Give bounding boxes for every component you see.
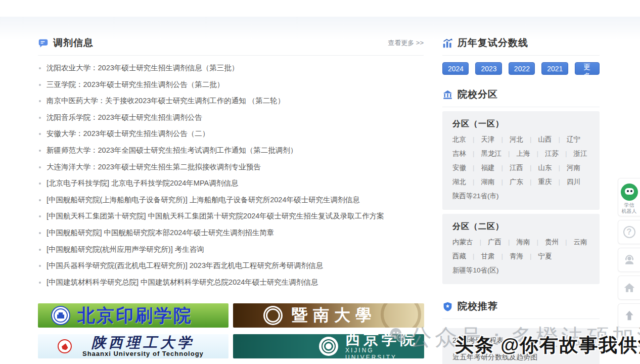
xuexin-robot-button[interactable]: 学信 机器人: [618, 178, 640, 216]
province-link[interactable]: 宁夏: [523, 252, 552, 260]
banner-shaanxi-university-of-technology[interactable]: 陕西理工大学 Shaanxi University of Technology: [38, 334, 228, 358]
year-button[interactable]: 更多: [575, 62, 600, 75]
university-banner-grid: 北京印刷学院 暨南大學 陕西理工大学 Shaanxi University of…: [38, 303, 424, 358]
floating-toolbar: 学信 机器人 ?: [618, 178, 640, 328]
news-link[interactable]: 安徽大学：2023年硕士研究生招生调剂公告（二）: [38, 125, 424, 142]
news-link[interactable]: 三亚学院：2023年硕士研究生招生调剂公告（第二批）: [38, 76, 424, 93]
province-link[interactable]: 湖北: [452, 178, 466, 186]
recommend-link[interactable]: 2024考研日程表: [452, 332, 589, 349]
province-link[interactable]: 上海: [501, 150, 530, 157]
province-link[interactable]: 北京: [452, 135, 466, 143]
year-button[interactable]: 2023: [475, 62, 501, 75]
help-icon: ?: [623, 226, 635, 238]
province-link[interactable]: 山西: [523, 135, 552, 143]
province-link[interactable]: 安徽: [452, 164, 466, 171]
province-link[interactable]: 海南: [501, 238, 530, 246]
province-row: 吉林黑龙江上海江苏浙江: [452, 147, 589, 161]
sidebar: 历年复试分数线 2024202320222021更多 院校分区 分区（一区） 北…: [442, 36, 600, 364]
header-divider: [442, 55, 600, 56]
province-link[interactable]: 广西: [473, 238, 502, 246]
province-link[interactable]: 广东: [495, 178, 524, 186]
header-divider: [442, 107, 600, 107]
home-icon: [623, 281, 636, 294]
news-link[interactable]: [中国航天科工集团第十研究院] 中国航天科工集团第十研究院2024年硕士研究生招…: [38, 208, 424, 224]
province-link[interactable]: 浙江: [559, 150, 587, 157]
province-link[interactable]: 吉林: [452, 150, 466, 157]
province-row: 内蒙古广西海南贵州云南: [452, 235, 589, 249]
score-year-buttons: 2024202320222021更多: [442, 62, 600, 75]
university-logo: [319, 337, 338, 356]
province-row: 安徽福建江西山东河南: [452, 161, 589, 175]
province-link[interactable]: 河北: [495, 135, 524, 143]
province-link[interactable]: 甘肃: [466, 252, 495, 260]
zone1-footer[interactable]: 陕西等21省(市): [452, 189, 589, 203]
zone2-footer[interactable]: 新疆等10省(区): [452, 263, 589, 278]
news-link[interactable]: 新疆师范大学：2023年全国硕士研究生招生考试调剂工作通知（第二批调剂）: [38, 142, 424, 159]
year-button[interactable]: 2022: [509, 62, 535, 75]
news-link[interactable]: [中国兵器科学研究院(西北机电工程研究所)] 2023年西北机电工程研究所考研调…: [38, 257, 424, 274]
province-link[interactable]: 内蒙古: [452, 238, 473, 246]
help-button[interactable]: ?: [618, 220, 640, 244]
customer-service-button[interactable]: [618, 248, 640, 272]
province-link[interactable]: 辽宁: [552, 135, 581, 143]
news-link[interactable]: [中国舰船研究院] 中国舰船研究院本部2024年硕士研究生调剂招生简章: [38, 224, 424, 241]
year-button[interactable]: 2021: [541, 62, 568, 75]
banner-jinan-university[interactable]: 暨南大學: [233, 303, 424, 328]
news-link[interactable]: 沈阳农业大学：2023年硕士研究生招生调剂信息（第三批）: [38, 60, 424, 76]
university-logo: [263, 306, 283, 325]
zone2-title: 分区（二区）: [452, 221, 589, 232]
news-link[interactable]: [中国建筑材料科学研究总院] 中国建筑材料科学研究总院2024年硕士研究生调剂信…: [38, 274, 424, 291]
province-row: 西藏甘肃青海宁夏: [452, 249, 589, 263]
banner-title: 陕西理工大学: [92, 336, 195, 350]
section-title-recommend: 院校推荐: [458, 300, 498, 313]
province-link[interactable]: 云南: [559, 238, 587, 246]
view-more-link[interactable]: 查看更多 >>: [388, 38, 424, 48]
province-link[interactable]: 重庆: [523, 178, 552, 186]
zone1-title: 分区（一区）: [452, 119, 589, 129]
province-link[interactable]: 西藏: [452, 252, 466, 260]
home-button[interactable]: [618, 276, 640, 300]
school-building-icon: [442, 89, 453, 100]
province-row: 湖北湖南广东重庆四川: [452, 175, 589, 189]
adjustment-news-list: 沈阳农业大学：2023年硕士研究生招生调剂信息（第三批）三亚学院：2023年硕士…: [38, 60, 424, 290]
province-link[interactable]: 江苏: [530, 150, 559, 157]
robot-avatar-icon: [621, 184, 638, 201]
banner-xijing-university[interactable]: 西京学院 XIJING UNIVERSITY: [233, 334, 424, 358]
province-link[interactable]: 江西: [495, 164, 524, 171]
zone1-card: 分区（一区） 北京天津河北山西辽宁 吉林黑龙江上海江苏浙江 安徽福建江西山东河南…: [442, 111, 600, 210]
bar-chart-icon: [442, 38, 453, 49]
province-link[interactable]: 四川: [552, 178, 581, 186]
province-link[interactable]: 青海: [495, 252, 524, 260]
zone2-card: 分区（二区） 内蒙古广西海南贵州云南 西藏甘肃青海宁夏 新疆等10省(区): [442, 214, 600, 284]
robot-label: 学信 机器人: [622, 202, 637, 214]
province-link[interactable]: 湖南: [466, 178, 495, 186]
section-title-partition: 院校分区: [458, 88, 498, 101]
province-link[interactable]: 福建: [466, 164, 495, 171]
section-title-score-lines: 历年复试分数线: [458, 36, 528, 50]
news-link[interactable]: [中国舰船研究院(杭州应用声学研究所)] 考生咨询: [38, 241, 424, 258]
back-to-top-button[interactable]: [618, 303, 640, 328]
banner-beijing-institute-graphic-communication[interactable]: 北京印刷学院: [38, 303, 228, 328]
banner-subtitle-en: Shaanxi University of Technology: [82, 350, 204, 357]
recommend-link[interactable]: 近五年考研分数线及趋势图: [452, 349, 589, 364]
back-to-top-icon: [623, 309, 636, 322]
news-link[interactable]: [中国舰船研究院(上海船舶电子设备研究所)] 上海船舶电子设备研究所2024年硕…: [38, 192, 424, 208]
province-link[interactable]: 河南: [552, 164, 581, 171]
recommend-card: 2024考研日程表近五年考研分数线及趋势图在职考研这些影响你上岸的事情，请一定杜…: [442, 328, 600, 364]
customer-service-icon: [623, 253, 636, 266]
banner-title: 北京印刷学院: [77, 304, 193, 328]
news-link[interactable]: 沈阳音乐学院：2023年硕士研究生招生调剂公告: [38, 109, 424, 126]
province-link[interactable]: 黑龙江: [466, 150, 501, 157]
page: 调剂信息 查看更多 >> 沈阳农业大学：2023年硕士研究生招生调剂信息（第三批…: [0, 0, 640, 364]
news-link[interactable]: 大连海洋大学：2023年硕士研究生招生第二批拟接收调剂专业预告: [38, 159, 424, 175]
header-divider: [38, 55, 424, 56]
news-link[interactable]: [北京电子科技学院] 北京电子科技学院2024年MPA调剂信息: [38, 175, 424, 192]
province-row: 北京天津河北山西辽宁: [452, 132, 589, 147]
province-link[interactable]: 山东: [523, 164, 552, 171]
banner-seal-decoration: [381, 303, 421, 328]
province-link[interactable]: 天津: [466, 135, 495, 143]
university-logo: [55, 337, 74, 356]
year-button[interactable]: 2024: [442, 62, 469, 75]
news-link[interactable]: 南京中医药大学：关于接收2023年硕士研究生调剂工作的通知 （第二轮）: [38, 93, 424, 109]
province-link[interactable]: 贵州: [530, 238, 559, 246]
